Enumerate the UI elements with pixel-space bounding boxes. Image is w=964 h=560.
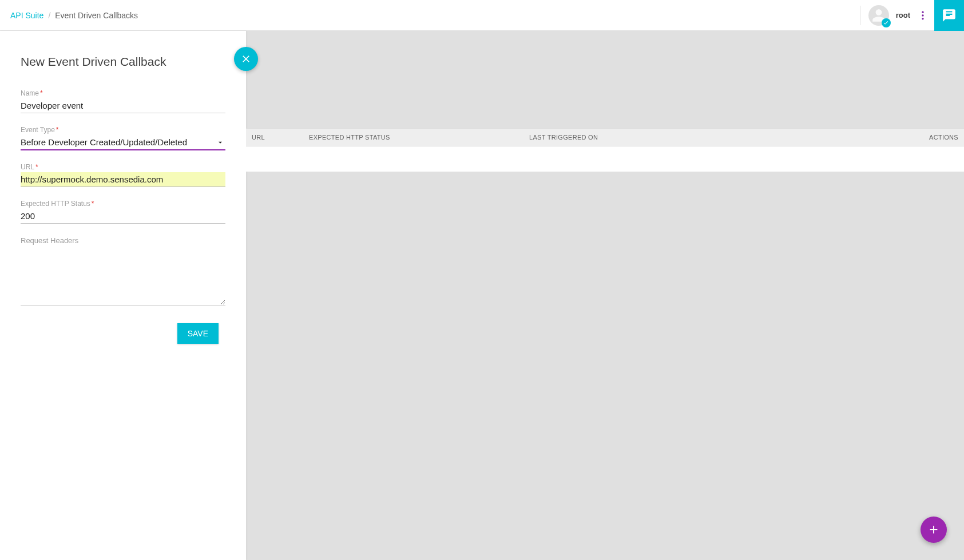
field-expected-status: Expected HTTP Status* — [21, 200, 225, 224]
add-callback-fab[interactable] — [921, 517, 947, 543]
expected-status-input[interactable] — [21, 209, 225, 224]
avatar-verified-badge — [882, 18, 891, 27]
callbacks-table-header: URL EXPECTED HTTP STATUS LAST TRIGGERED … — [246, 128, 964, 146]
col-header-expected-status: EXPECTED HTTP STATUS — [303, 134, 523, 141]
close-panel-button[interactable] — [234, 47, 258, 71]
breadcrumb-root-link[interactable]: API Suite — [10, 11, 43, 20]
request-headers-label: Request Headers — [21, 236, 225, 245]
col-header-actions: ACTIONS — [913, 134, 964, 141]
content-top-band — [246, 31, 964, 128]
request-headers-textarea[interactable] — [21, 251, 225, 305]
col-header-last-triggered: LAST TRIGGERED ON — [523, 134, 913, 141]
expected-status-label: Expected HTTP Status* — [21, 200, 225, 208]
field-request-headers: Request Headers — [21, 236, 225, 307]
kebab-icon — [917, 10, 929, 21]
field-event-type: Event Type* Before Developer Created/Upd… — [21, 126, 225, 150]
check-icon — [883, 19, 889, 26]
panel-title: New Event Driven Callback — [21, 55, 225, 69]
svg-point-2 — [922, 18, 923, 19]
event-type-select[interactable]: Before Developer Created/Updated/Deleted — [21, 135, 225, 150]
save-button[interactable]: SAVE — [177, 323, 219, 344]
name-input[interactable] — [21, 98, 225, 113]
header-right: root — [852, 0, 964, 30]
plus-icon — [927, 523, 940, 536]
breadcrumb-current: Event Driven Callbacks — [55, 11, 138, 20]
callback-form-panel: New Event Driven Callback Name* Event Ty… — [0, 31, 246, 560]
breadcrumb: API Suite / Event Driven Callbacks — [10, 11, 138, 20]
header-divider — [860, 6, 860, 25]
app-header: API Suite / Event Driven Callbacks root — [0, 0, 964, 31]
url-input[interactable] — [21, 172, 225, 187]
chat-button[interactable] — [934, 0, 964, 31]
svg-point-1 — [922, 14, 923, 16]
field-url: URL* — [21, 163, 225, 187]
url-label: URL* — [21, 163, 225, 171]
chat-icon — [942, 8, 957, 23]
name-label: Name* — [21, 89, 225, 97]
breadcrumb-sep: / — [48, 11, 50, 20]
username-label: root — [896, 11, 910, 19]
callbacks-table-body — [246, 146, 964, 172]
field-name: Name* — [21, 89, 225, 113]
svg-point-0 — [922, 11, 923, 13]
user-avatar[interactable] — [868, 5, 889, 26]
event-type-label: Event Type* — [21, 126, 225, 134]
more-menu-button[interactable] — [915, 7, 931, 23]
workspace: New Event Driven Callback Name* Event Ty… — [0, 31, 964, 560]
close-icon — [240, 53, 252, 65]
col-header-url: URL — [246, 134, 303, 141]
